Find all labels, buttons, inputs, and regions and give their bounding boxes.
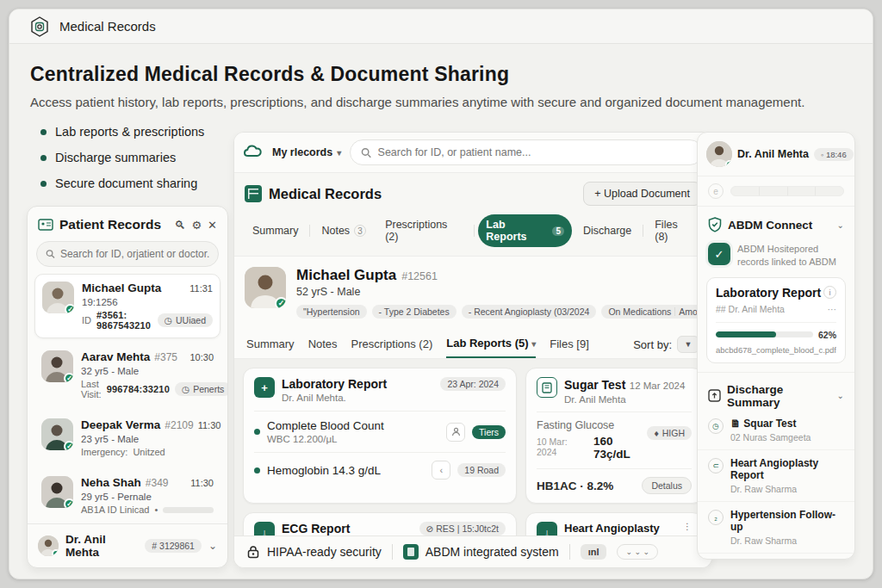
doctor-profile-row[interactable]: ✓ Dr. Anil Mehta ◦ 18:46 ▾ [698,133,854,176]
doctor-id-badge: # 3129861 [145,539,202,553]
lab-report-upload-card[interactable]: Laboratory Report i ## Dr. Anil Mehta···… [706,277,846,363]
records-grid-icon [245,185,262,202]
share-person-icon[interactable] [446,423,465,442]
tab-prescriptions[interactable]: Prescriptions (2) [377,214,470,247]
item-subtitle: Dr. Raw Sharma [730,484,844,494]
patient-search-input[interactable] [60,248,209,260]
hipaa-item: HIPAA-ready security [246,545,382,559]
tab-lab-reports[interactable]: Lab Reports5 [478,214,572,247]
bullet-label: Discharge summaries [55,151,176,164]
patient-row-neha-shah[interactable]: ✓ Neha Shah#34911:30 29 yr5 - Pernale AB… [34,469,220,522]
panel-title: Patient Records [59,217,168,232]
records-header: Medical Records + Upload Document [234,173,711,213]
discharge-item-squar-test[interactable]: ◷ 🗎 Squar Test 02 Nuras Samgeeta [698,416,854,449]
doctor-footer-row[interactable]: ✓ Dr. Anil Mehta # 3129861 ⌄ [28,523,227,567]
laboratory-report-card[interactable]: + Laboratory Report Dr. Anil Mehta. 23 A… [243,368,517,504]
account-dropdown[interactable]: My rlecords▾ [272,146,341,158]
patient-id: #349 [146,477,169,489]
report-cards-grid: + Laboratory Report Dr. Anil Mehta. 23 A… [234,359,711,535]
patient-line1: 23 yr5 - Male [81,434,214,444]
test-value: WBC 12.200/μL [267,434,439,444]
tab-files[interactable]: Files (8) [647,214,701,247]
avatar: ✓ [706,141,732,167]
subtab-prescriptions[interactable]: Prescriptions (2) [351,337,433,357]
bullet-dot-icon [40,129,47,135]
topbar: Medical Records [9,9,873,44]
patient-row-aarav-mehta[interactable]: ✓ Aarav Mehta#37510:30 32 yr5 - Male Las… [34,344,220,406]
status-badge: ◷Penerts [175,382,227,396]
item-title: Hypertension Follow-up [730,509,844,533]
notes-count-badge: 3 [354,225,366,237]
details-button[interactable]: Detalus [642,477,692,494]
heart-angioplasty-card[interactable]: ↓ Heart Angioplasty Report Dr. Anil Meht… [525,512,703,535]
chevron-down-icon: ⌄ [837,391,844,400]
more-dots-icon[interactable]: ··· [828,304,837,314]
avatar: ✓ [42,282,74,313]
tag-angioplasty: - Recent Angioplasty (03/2024 [462,305,597,319]
tab-discharge[interactable]: Discharge [575,220,639,241]
patient-id: #12561 [401,270,438,282]
verified-check-icon: ✓ [725,160,732,167]
sugar-test-card[interactable]: Sugar Test 12 Mar 2024 Dr. Anil Mehta Fa… [525,368,703,504]
subtab-notes[interactable]: Notes [308,337,338,357]
skeleton-bar [730,186,844,196]
patient-row-deepak-verma[interactable]: ✓ Deepak Verma#210911:30 23 yr5 - Male I… [34,412,220,464]
subtab-summary[interactable]: Summary [246,337,295,357]
discharge-summary-section[interactable]: Discharge Summary ⌄ [698,372,854,416]
patient-line1: 29 yr5 - Pernale [81,492,214,502]
clock-icon: ◷ [165,315,172,325]
patient-time: 11:31 [189,283,213,294]
records-search-field[interactable] [350,139,703,165]
download-icon: ↓ [254,522,275,535]
upload-document-button[interactable]: + Upload Document [583,182,701,206]
search-icon[interactable]: 🔍︎ [174,219,185,232]
tools-buttons[interactable]: ⌄ ⌄ ⌄ [617,544,658,560]
test-name: Complete Blood Count [267,419,439,432]
item-subtitle: Dr. Raw Sharma [730,535,844,546]
subtab-files[interactable]: Files [9] [550,337,589,357]
ecg-report-card[interactable]: ↓ ECG Report 04 March 2024 Viewed 2 week… [243,512,517,535]
road-badge[interactable]: 19 Road [457,463,506,477]
patient-card-icon [38,219,53,231]
patient-row-michael-gupta[interactable]: ✓ Michael Gupta11:31 19:1256 ID#3561: 98… [34,274,220,338]
records-search-input[interactable] [378,146,692,158]
tab-summary[interactable]: Summary [245,220,306,241]
bullet-dot-icon [40,181,47,187]
settings-gear-icon[interactable]: ⚙︎ [191,219,202,232]
chevron-down-icon[interactable]: ⌄ [208,540,217,552]
card-title: Laboratory Report [716,286,821,300]
checkbox-checked-icon[interactable]: ✓ [708,243,730,265]
plus-report-icon: + [254,377,275,398]
patient-name: Michael Gupta [296,267,396,283]
item-subtitle: 02 Nuras Samgeeta [730,432,811,443]
discharge-item-angioplasty[interactable]: ⊂ Heart Angioplasty Report Dr. Raw Sharm… [698,449,854,501]
res-badge: ⊘ RES | 15:J0tc2t [419,522,506,535]
patient-search-field[interactable] [36,241,219,267]
patient-line2-value: #3561: 9867543210 [96,310,152,331]
patient-line2-value: Unitzed [133,447,165,457]
tab-notes[interactable]: Notes3 [314,220,374,241]
discharge-item-hypertension[interactable]: ₂ Hypertension Follow-up Dr. Raw Sharma [698,501,854,553]
patient-id: #375 [154,351,177,363]
subtab-lab-reports[interactable]: Lab Reports (5) ▾ [446,337,536,358]
bullet-label: Secure document sharing [55,176,197,190]
patient-header: ✓ Michael Gupta#12561 52 yrS - Male "Hyp… [234,257,711,329]
tiers-badge[interactable]: Tiers [472,425,506,439]
card-title: ECG Report [282,522,413,535]
patient-line2-value: 996784:33210 [107,384,170,394]
inl-badge[interactable]: ınl [581,544,607,560]
bullet-dot-icon [40,155,47,161]
records-title: Medical Records [269,186,583,202]
close-icon[interactable]: ✕ [208,219,217,232]
chevron-down-icon: ⌄ [837,220,844,230]
patient-id: #2109 [165,419,193,431]
patient-list: ✓ Michael Gupta11:31 19:1256 ID#3561: 98… [28,274,227,523]
kebab-menu-icon[interactable]: ⋮ [683,522,692,531]
sort-by-control[interactable]: Sort by:▼ [633,336,699,358]
high-flag-badge: ♦HIGH [647,426,692,440]
item-icon: ⊂ [708,458,724,473]
abdm-connect-section[interactable]: ABDM Connect ⌄ [698,207,854,239]
info-icon[interactable]: i [823,286,836,299]
discharge-item-appointment[interactable]: ↗ Doctor Appointment Dr. Raw Sharma ⌄ [698,553,854,560]
share-arrow-icon[interactable]: ‹ [432,461,450,480]
